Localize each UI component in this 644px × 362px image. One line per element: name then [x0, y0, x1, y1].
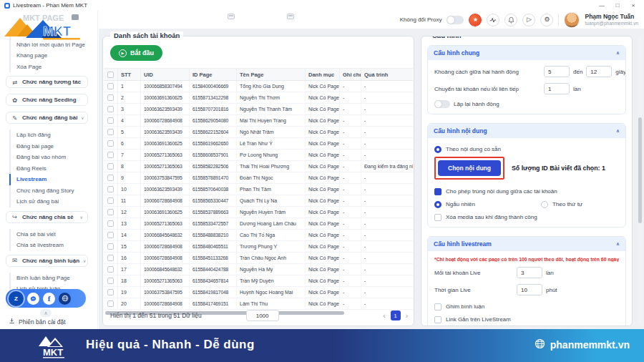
row-checkbox[interactable] — [107, 278, 114, 284]
sidebar-item[interactable]: ⇄Chức năng tương tác — [6, 76, 88, 88]
cell-stt: 6 — [118, 138, 141, 149]
gap-from-input[interactable]: 5 — [544, 66, 570, 77]
row-checkbox[interactable] — [107, 83, 114, 89]
star-icon[interactable]: ★ — [469, 14, 482, 26]
livestream-option[interactable]: Ghim bình luận — [434, 301, 619, 312]
option-checkbox[interactable] — [434, 303, 441, 310]
select-all-checkbox[interactable] — [107, 72, 114, 78]
toggle-knob — [447, 16, 454, 24]
row-checkbox[interactable] — [107, 209, 114, 215]
order-radio[interactable] — [541, 201, 548, 208]
close-button[interactable]: × — [625, 2, 641, 9]
livestream-option[interactable]: Link Gắn trên LiveStream — [434, 314, 619, 325]
sidebar-item[interactable]: ✉Chức năng bình luận∨ — [6, 255, 88, 267]
row-checkbox[interactable] — [107, 163, 114, 170]
random-radio[interactable] — [434, 201, 441, 208]
sidebar-item[interactable]: ↪Chức năng chia sẻ∨ — [6, 211, 88, 223]
mini-window-icon[interactable] — [228, 14, 235, 19]
prev-page-button[interactable]: ‹ — [383, 312, 385, 320]
collapse-sidebar-button[interactable]: ∧ — [40, 309, 52, 317]
chevron-down-icon: ∨ — [80, 215, 83, 220]
row-checkbox[interactable] — [107, 300, 114, 307]
sidebar-item[interactable]: Bình luận bằng Page — [0, 273, 94, 284]
facebook-icon[interactable]: f — [43, 293, 55, 305]
bell-icon[interactable] — [504, 14, 517, 26]
user-info[interactable]: Phạm Ngọc Tuấn tuanpn@phanmemmkt.vn — [585, 14, 638, 26]
row-checkbox[interactable] — [107, 140, 114, 147]
zalo-icon[interactable]: Z — [9, 291, 24, 306]
minimize-button[interactable]: — — [594, 2, 610, 9]
proxy-toggle[interactable] — [447, 16, 464, 24]
messenger-icon[interactable] — [27, 293, 39, 305]
row-checkbox[interactable] — [107, 129, 114, 135]
row-checkbox[interactable] — [107, 243, 114, 250]
cell-danh-muc: Nick Có Page — [306, 253, 340, 263]
row-checkbox[interactable] — [107, 175, 114, 181]
scrollbar-thumb[interactable] — [638, 117, 642, 223]
row-checkbox[interactable] — [107, 220, 114, 227]
allow-duplicate-checkbox[interactable] — [434, 188, 441, 195]
row-checkbox[interactable] — [107, 94, 114, 101]
maximize-button[interactable]: □ — [610, 2, 625, 9]
cell-qua-trinh: - — [361, 207, 413, 217]
version-settings[interactable]: Phiên bản cài đặt — [9, 318, 66, 326]
row-checkbox[interactable] — [107, 197, 114, 204]
live-duration-input[interactable]: 10 — [517, 284, 542, 295]
switch-on-error-input[interactable]: 1 — [544, 83, 570, 94]
cell-ghi-chu: - — [340, 195, 361, 206]
sidebar-item[interactable]: Kháng page — [0, 50, 94, 62]
row-checkbox[interactable] — [107, 232, 114, 238]
sidebar-item[interactable]: Đăng bài page — [0, 141, 94, 152]
cell-qua-trinh: - — [361, 81, 413, 92]
option-checkbox[interactable] — [434, 316, 441, 323]
row-checkbox[interactable] — [107, 255, 114, 261]
current-page-button[interactable]: 1 — [391, 310, 401, 321]
next-page-button[interactable]: › — [406, 312, 408, 320]
source-radio[interactable] — [434, 146, 441, 153]
start-button[interactable]: ▶ Bắt đầu — [110, 45, 162, 61]
repeat-action-toggle[interactable] — [434, 100, 450, 108]
vertical-scrollbar[interactable] — [638, 37, 642, 325]
activity-icon[interactable] — [487, 14, 499, 26]
delete-media-checkbox[interactable] — [434, 214, 441, 221]
sidebar-item[interactable]: Livestream — [0, 174, 94, 185]
row-checkbox[interactable] — [107, 289, 114, 295]
row-checkbox[interactable] — [107, 117, 114, 124]
sidebar-item[interactable]: Lịch sử đăng bài — [0, 196, 94, 207]
gear-icon[interactable]: ⚙ — [540, 14, 553, 26]
section-content-header[interactable]: Cấu hình nội dung ∧ — [428, 124, 625, 138]
indent-bar — [9, 62, 11, 73]
indent-bar — [9, 141, 11, 152]
row-checkbox[interactable] — [107, 106, 114, 112]
sidebar-item[interactable]: ✎Chức năng đăng bài∨ — [6, 112, 88, 124]
globe-icon[interactable] — [59, 293, 71, 305]
section-livestream-header[interactable]: Cấu hình livestream ∧ — [428, 237, 625, 251]
cell-id-page: 61558629054080 — [190, 115, 237, 126]
live-count-input[interactable]: 3 — [517, 267, 542, 278]
mini-window-icon[interactable] — [287, 14, 294, 19]
avatar[interactable] — [564, 12, 580, 28]
gap-to-input[interactable]: 12 — [586, 66, 612, 77]
row-checkbox[interactable] — [107, 186, 114, 192]
indent-bar — [9, 240, 11, 251]
page-size-input[interactable] — [246, 310, 279, 321]
cell-id-page: 61558488838210 — [190, 230, 237, 240]
section-general-header[interactable]: Cấu hình chung ∧ — [428, 46, 625, 60]
sidebar-item[interactable]: Chia sẻ livestream — [0, 240, 94, 251]
row-checkbox[interactable] — [107, 266, 114, 273]
sidebar-item[interactable]: Chức năng đăng Story — [0, 185, 94, 197]
sidebar-item[interactable]: ✿Chức năng Seeding — [6, 94, 88, 106]
sidebar-item[interactable]: Đăng Reels — [0, 163, 94, 175]
proxy-label: Không đổi Proxy — [400, 16, 442, 23]
sidebar-item[interactable]: Đăng bài vào nhóm — [0, 152, 94, 163]
sidebar-item[interactable]: Lập lịch đăng — [0, 129, 94, 141]
sidebar-item[interactable]: Chia sẻ bài viết — [0, 229, 94, 240]
play-icon[interactable]: ▷ — [522, 14, 535, 26]
cell-ten-page: Nguyễn Thị Thơm — [237, 92, 306, 103]
website-link[interactable]: phanmemmkt.vn — [535, 338, 630, 351]
live-duration-label: Thời gian Live — [434, 287, 513, 293]
row-checkbox[interactable] — [107, 152, 114, 158]
cell-id-page: 61558537889663 — [190, 207, 237, 217]
choose-content-button[interactable]: Chọn nội dung — [438, 160, 501, 176]
sidebar-item[interactable]: Xóa Page — [0, 62, 94, 73]
